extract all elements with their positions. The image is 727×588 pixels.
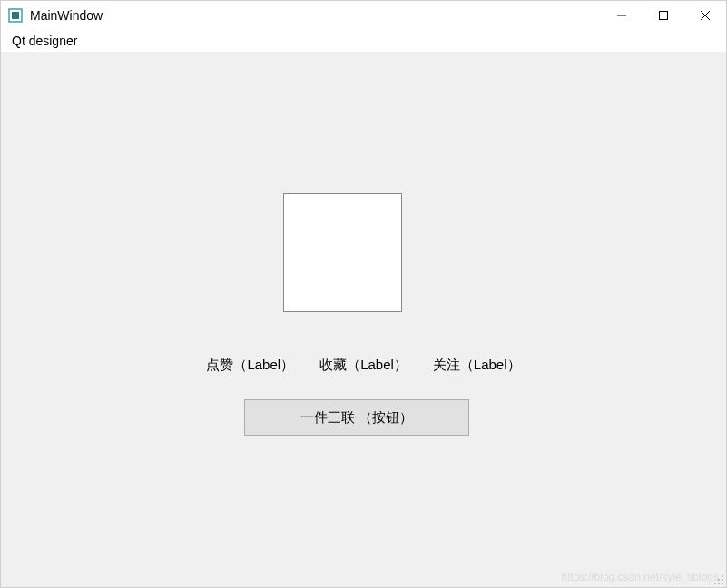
svg-rect-3 [660, 12, 668, 20]
menu-qt-designer[interactable]: Qt designer [8, 32, 81, 50]
app-icon [8, 8, 23, 23]
minimize-button[interactable] [601, 1, 643, 30]
svg-rect-1 [12, 12, 19, 19]
svg-point-7 [718, 579, 720, 581]
maximize-button[interactable] [643, 1, 684, 30]
maximize-icon [659, 11, 668, 20]
close-icon [701, 11, 710, 20]
svg-point-9 [714, 583, 716, 584]
triple-action-button[interactable]: 一件三联 （按钮） [244, 399, 469, 436]
titlebar: MainWindow [1, 1, 726, 30]
white-box-widget [283, 193, 402, 312]
svg-point-10 [718, 583, 720, 584]
window-controls [601, 1, 726, 30]
resize-grip-icon[interactable] [712, 573, 724, 585]
svg-point-8 [722, 579, 723, 581]
menubar: Qt designer [1, 30, 726, 52]
window-title: MainWindow [30, 8, 601, 23]
watermark-text: https://blog.csdn.net/kyle_sblogs [562, 571, 719, 583]
minimize-icon [617, 11, 626, 20]
labels-row: 点赞（Label） 收藏（Label） 关注（Label） [1, 357, 726, 374]
svg-point-11 [722, 583, 723, 584]
close-button[interactable] [684, 1, 726, 30]
main-window: MainWindow Qt designer [0, 0, 727, 588]
svg-point-6 [722, 575, 723, 577]
like-label: 点赞（Label） [206, 357, 294, 374]
client-area: 点赞（Label） 收藏（Label） 关注（Label） 一件三联 （按钮） … [1, 52, 726, 587]
favorite-label: 收藏（Label） [319, 357, 408, 374]
follow-label: 关注（Label） [433, 357, 521, 374]
